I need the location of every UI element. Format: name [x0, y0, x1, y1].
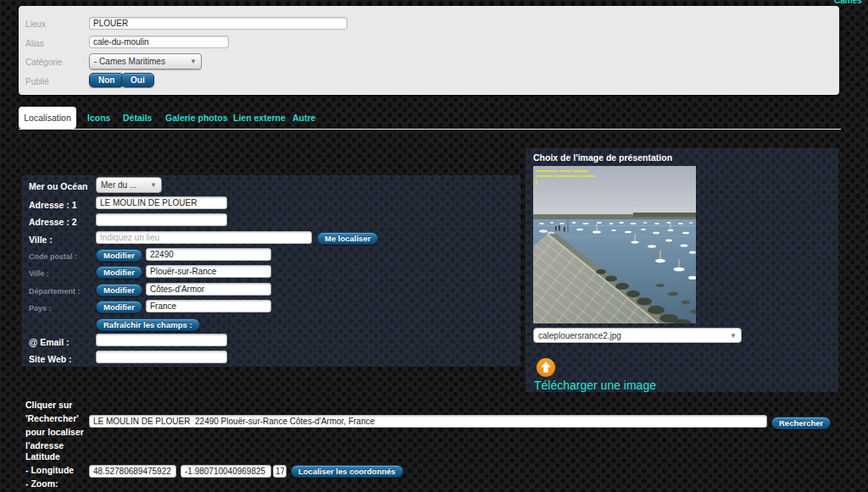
ville-label: Ville : [29, 269, 49, 278]
tab-localisation[interactable]: Localisation [19, 107, 76, 129]
publie-oui-button[interactable]: Oui [121, 73, 154, 87]
code-postal-input[interactable] [146, 248, 271, 261]
modifier-ville-button[interactable]: Modifier [96, 266, 142, 279]
rafraichir-champs-button[interactable]: Rafraîchir les champs : [96, 318, 200, 331]
code-postal-label: Code postal : [29, 252, 77, 261]
modifier-departement-button[interactable]: Modifier [96, 284, 142, 296]
image-file-select[interactable]: caleplouersrance2.jpg ▼ [533, 328, 742, 343]
email-input[interactable] [96, 334, 227, 346]
site-web-label: Site Web : [29, 354, 72, 364]
tab-localisation-label: Localisation [24, 113, 70, 123]
alias-input[interactable] [89, 36, 229, 48]
presentation-image-panel: Choix de l'image de présentation [526, 148, 838, 392]
modifier-pays-button[interactable]: Modifier [96, 301, 142, 313]
chevron-down-icon: ▼ [190, 58, 197, 65]
adresse1-label: Adresse : 1 [29, 200, 77, 210]
ville-lookup-input[interactable] [96, 231, 312, 244]
search-help-line: Cliquer sur [25, 400, 72, 410]
tabbar-divider [19, 129, 841, 130]
place-header-panel: Lieux Alias Catégorie - Cames Maritimes … [19, 6, 839, 95]
image-file-select-value: caleplouersrance2.jpg [538, 331, 621, 340]
alias-label: Alias [25, 39, 44, 48]
ville-input[interactable] [146, 265, 271, 278]
site-link[interactable]: Cames [834, 0, 862, 5]
email-label: @ Email : [29, 337, 70, 347]
search-help-line: 'Rechercher' [25, 413, 79, 423]
pays-input[interactable] [146, 300, 271, 312]
adresse2-input[interactable] [96, 213, 227, 226]
rechercher-button[interactable]: Rechercher [771, 417, 831, 429]
presentation-photo [533, 166, 696, 323]
departement-input[interactable] [146, 283, 271, 296]
tab-autre[interactable]: Autre [292, 113, 315, 123]
categorie-select-value: - Cames Maritimes [94, 57, 165, 66]
zoom-input[interactable] [273, 465, 287, 478]
lieux-input[interactable] [89, 17, 348, 30]
mer-ocean-select[interactable]: Mer du ... ▼ [96, 177, 162, 193]
site-web-input[interactable] [96, 351, 227, 363]
tab-lien-externe[interactable]: Lien externe [233, 113, 286, 123]
mer-ocean-label: Mer ou Océan [29, 181, 87, 191]
me-localiser-button[interactable]: Me localiser [317, 232, 378, 245]
latitude-label: Latitude [25, 451, 60, 462]
publie-label: Publié [25, 77, 49, 86]
tab-galerie-photos[interactable]: Galerie photos [165, 113, 228, 123]
mer-ocean-select-value: Mer du ... [101, 180, 136, 190]
lieux-label: Lieux [25, 19, 46, 29]
chevron-down-icon: ▼ [730, 332, 737, 340]
localiser-coordonnees-button[interactable]: Localiser les coordonnés [291, 465, 403, 478]
modifier-code-postal-button[interactable]: Modifier [96, 249, 142, 262]
image-panel-title: Choix de l'image de présentation [533, 152, 672, 163]
telecharger-image-link[interactable]: Télécharger une image [534, 379, 656, 392]
pays-label: Pays : [29, 304, 52, 312]
localisation-form-panel: Mer ou Océan Mer du ... ▼ Adresse : 1 Ad… [22, 175, 520, 367]
upload-icon[interactable] [536, 357, 556, 378]
tab-icons[interactable]: Icons [87, 113, 110, 123]
zoom-label: - Zoom: [25, 478, 58, 489]
search-help-line: pour localiser [25, 427, 84, 437]
adresse2-label: Adresse : 2 [29, 217, 77, 227]
tab-details[interactable]: Détails [123, 113, 152, 123]
ville-lookup-label: Ville : [29, 235, 53, 245]
publie-non-button[interactable]: Non [89, 73, 124, 87]
departement-label: Département : [29, 287, 81, 296]
categorie-label: Catégorie [25, 58, 62, 67]
address-search-input[interactable] [89, 415, 767, 428]
longitude-label: - Longitude [25, 465, 74, 475]
categorie-select[interactable]: - Cames Maritimes ▼ [89, 53, 202, 69]
latitude-input[interactable] [89, 465, 176, 478]
admin-edit-place-screen: Cames Lieux Alias Catégorie - Cames Mari… [0, 0, 868, 492]
chevron-down-icon: ▼ [150, 181, 157, 189]
adresse1-input[interactable] [96, 196, 227, 209]
longitude-input[interactable] [181, 465, 271, 478]
search-help-line: l'adresse [25, 440, 64, 451]
